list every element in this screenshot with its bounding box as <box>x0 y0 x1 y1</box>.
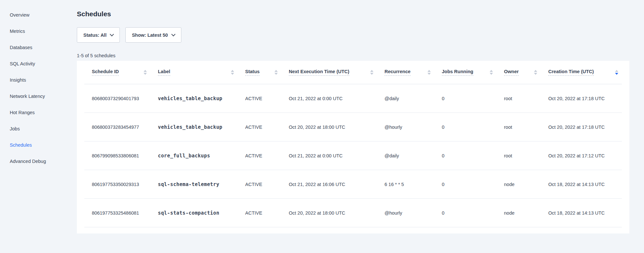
status-filter-label: Status: All <box>83 33 106 38</box>
column-label: Owner <box>504 69 519 76</box>
sidebar: OverviewMetricsDatabasesSQL ActivityInsi… <box>0 0 77 169</box>
cell-owner: root <box>504 96 548 101</box>
cell-jobs-running: 0 <box>442 210 504 216</box>
table-row: 806800373283454977vehicles_table_backupA… <box>84 113 622 141</box>
column-header-schedule-id[interactable]: Schedule ID <box>92 69 158 76</box>
cell-owner: node <box>504 210 548 216</box>
cell-label: vehicles_table_backup <box>158 124 245 130</box>
sort-up-icon <box>534 70 537 72</box>
column-header-owner[interactable]: Owner <box>504 69 548 76</box>
sort-down-icon <box>231 73 234 75</box>
sort-arrows-icon[interactable] <box>144 70 147 75</box>
cell-next-execution-time-utc: Oct 20, 2022 at 18:00 UTC <box>289 210 385 216</box>
column-label: Schedule ID <box>92 69 119 76</box>
cell-status: ACTIVE <box>245 96 289 101</box>
table-header-row: Schedule IDLabelStatusNext Execution Tim… <box>84 61 622 84</box>
column-header-recurrence[interactable]: Recurrence <box>385 69 442 76</box>
sidebar-item-advanced-debug[interactable]: Advanced Debug <box>0 153 77 169</box>
sidebar-item-databases[interactable]: Databases <box>0 39 77 56</box>
sort-arrows-icon[interactable] <box>231 70 234 75</box>
cell-recurrence: @daily <box>385 153 442 158</box>
table-row: 806799098533806081core_full_backupsACTIV… <box>84 141 622 170</box>
cell-creation-time-utc: Oct 20, 2022 at 17:18 UTC <box>548 125 629 130</box>
cell-status: ACTIVE <box>245 125 289 130</box>
column-header-label[interactable]: Label <box>158 69 245 76</box>
column-label: Label <box>158 69 170 76</box>
cell-creation-time-utc: Oct 18, 2022 at 14:13 UTC <box>548 182 629 187</box>
sort-arrows-icon[interactable] <box>274 70 278 75</box>
sidebar-item-network-latency[interactable]: Network Latency <box>0 88 77 104</box>
sidebar-item-insights[interactable]: Insights <box>0 72 77 88</box>
table-row: 806197753325486081sql-stats-compactionAC… <box>84 199 622 227</box>
sort-arrows-icon[interactable] <box>490 70 493 75</box>
table-row: 806800373290401793vehicles_table_backupA… <box>84 84 622 113</box>
cell-status: ACTIVE <box>245 182 289 187</box>
sort-down-icon <box>615 73 618 75</box>
column-header-creation-time-utc[interactable]: Creation Time (UTC) <box>548 69 629 76</box>
cell-owner: root <box>504 153 548 158</box>
cell-schedule-id: 806197753325486081 <box>92 210 158 216</box>
cell-creation-time-utc: Oct 20, 2022 at 17:18 UTC <box>548 96 629 101</box>
sort-arrows-icon[interactable] <box>534 70 537 75</box>
cell-jobs-running: 0 <box>442 125 504 130</box>
cell-recurrence: 6 16 * * 5 <box>385 182 442 187</box>
column-label: Recurrence <box>385 69 411 76</box>
column-header-status[interactable]: Status <box>245 69 289 76</box>
schedules-table-card: Schedule IDLabelStatusNext Execution Tim… <box>77 61 629 233</box>
cell-status: ACTIVE <box>245 210 289 216</box>
cell-next-execution-time-utc: Oct 21, 2022 at 16:06 UTC <box>289 182 385 187</box>
cell-owner: node <box>504 182 548 187</box>
sidebar-item-schedules[interactable]: Schedules <box>0 137 77 153</box>
cell-jobs-running: 0 <box>442 182 504 187</box>
table-body: 806800373290401793vehicles_table_backupA… <box>84 84 622 227</box>
sort-down-icon <box>490 73 493 75</box>
cell-next-execution-time-utc: Oct 21, 2022 at 0:00 UTC <box>289 96 385 101</box>
column-label: Status <box>245 69 259 76</box>
column-label: Jobs Running <box>442 69 473 76</box>
cell-schedule-id: 806799098533806081 <box>92 153 158 158</box>
status-filter-dropdown[interactable]: Status: All <box>77 27 120 43</box>
sort-up-icon <box>427 70 431 72</box>
sidebar-item-jobs[interactable]: Jobs <box>0 121 77 137</box>
sort-arrows-icon[interactable] <box>370 70 373 75</box>
sort-up-icon <box>615 70 618 72</box>
column-header-jobs-running[interactable]: Jobs Running <box>442 69 504 76</box>
sort-arrows-icon[interactable] <box>427 70 431 75</box>
cell-recurrence: @hourly <box>385 125 442 130</box>
chevron-down-icon <box>171 32 175 36</box>
cell-label: sql-stats-compaction <box>158 210 245 216</box>
table-row: 806197753350029313sql-schema-telemetryAC… <box>84 170 622 199</box>
cell-jobs-running: 0 <box>442 153 504 158</box>
cell-schedule-id: 806800373283454977 <box>92 125 158 130</box>
show-filter-label: Show: Latest 50 <box>132 33 168 38</box>
page-title: Schedules <box>77 10 629 18</box>
sort-up-icon <box>370 70 373 72</box>
cell-creation-time-utc: Oct 20, 2022 at 17:12 UTC <box>548 153 629 158</box>
sidebar-item-overview[interactable]: Overview <box>0 7 77 23</box>
cell-owner: root <box>504 125 548 130</box>
cell-label: sql-schema-telemetry <box>158 181 245 187</box>
cell-recurrence: @daily <box>385 96 442 101</box>
cell-jobs-running: 0 <box>442 96 504 101</box>
sort-down-icon <box>534 73 537 75</box>
show-filter-dropdown[interactable]: Show: Latest 50 <box>125 27 181 43</box>
sort-arrows-icon[interactable] <box>615 70 618 75</box>
cell-label: vehicles_table_backup <box>158 96 245 101</box>
main-content: Schedules Status: All Show: Latest 50 1-… <box>77 0 629 233</box>
sort-up-icon <box>274 70 278 72</box>
chevron-down-icon <box>110 32 114 36</box>
sidebar-item-metrics[interactable]: Metrics <box>0 23 77 39</box>
sort-up-icon <box>490 70 493 72</box>
cell-schedule-id: 806800373290401793 <box>92 96 158 101</box>
column-header-next-execution-time-utc[interactable]: Next Execution Time (UTC) <box>289 69 385 76</box>
column-label: Next Execution Time (UTC) <box>289 69 349 76</box>
sort-down-icon <box>370 73 373 75</box>
filter-bar: Status: All Show: Latest 50 <box>77 27 629 43</box>
sort-down-icon <box>144 73 147 75</box>
sidebar-item-hot-ranges[interactable]: Hot Ranges <box>0 104 77 121</box>
results-count: 1-5 of 5 schedules <box>77 52 629 59</box>
sort-up-icon <box>231 70 234 72</box>
cell-schedule-id: 806197753350029313 <box>92 182 158 187</box>
cell-creation-time-utc: Oct 18, 2022 at 14:13 UTC <box>548 210 629 216</box>
sidebar-item-sql-activity[interactable]: SQL Activity <box>0 56 77 72</box>
